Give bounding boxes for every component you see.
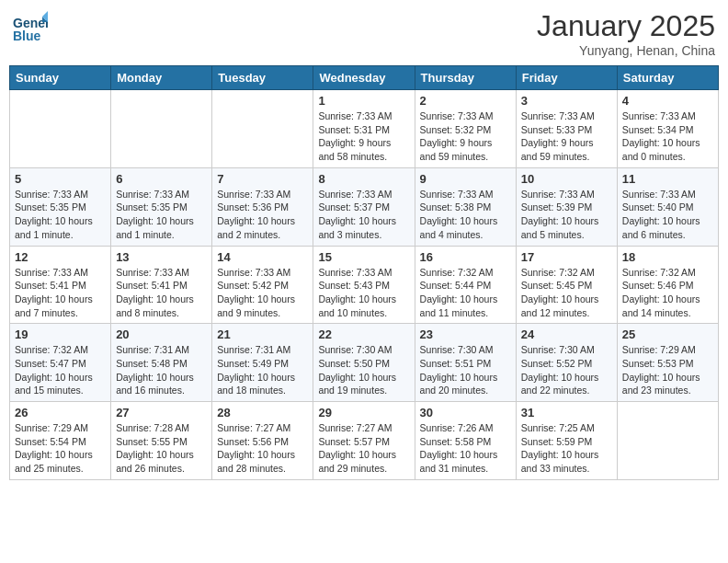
cell-info: Sunrise: 7:33 AMSunset: 5:41 PMDaylight:… <box>116 266 207 320</box>
calendar-cell: 14Sunrise: 7:33 AMSunset: 5:42 PMDayligh… <box>212 246 313 324</box>
cell-info: Sunrise: 7:33 AMSunset: 5:34 PMDaylight:… <box>622 109 713 164</box>
cell-info: Sunrise: 7:28 AMSunset: 5:55 PMDaylight:… <box>116 421 207 476</box>
calendar-week-row: 1Sunrise: 7:33 AMSunset: 5:31 PMDaylight… <box>10 90 719 168</box>
day-number: 2 <box>420 94 511 108</box>
weekday-header-wednesday: Wednesday <box>313 66 415 90</box>
calendar-cell: 29Sunrise: 7:27 AMSunset: 5:57 PMDayligh… <box>313 402 415 480</box>
page-header: General Blue January 2025 Yunyang, Henan… <box>9 9 719 58</box>
weekday-header-sunday: Sunday <box>10 66 111 90</box>
cell-info: Sunrise: 7:33 AMSunset: 5:39 PMDaylight:… <box>521 188 612 242</box>
day-number: 10 <box>521 172 612 186</box>
day-number: 6 <box>116 172 207 186</box>
day-number: 7 <box>217 172 308 186</box>
calendar-week-row: 5Sunrise: 7:33 AMSunset: 5:35 PMDaylight… <box>10 167 719 246</box>
cell-info: Sunrise: 7:27 AMSunset: 5:57 PMDaylight:… <box>318 421 409 476</box>
day-number: 18 <box>622 250 713 264</box>
day-number: 29 <box>318 406 409 419</box>
calendar-cell: 10Sunrise: 7:33 AMSunset: 5:39 PMDayligh… <box>516 167 617 246</box>
calendar-cell: 4Sunrise: 7:33 AMSunset: 5:34 PMDaylight… <box>617 90 718 168</box>
day-number: 1 <box>318 94 409 108</box>
calendar-cell: 16Sunrise: 7:32 AMSunset: 5:44 PMDayligh… <box>415 246 516 324</box>
weekday-header-tuesday: Tuesday <box>212 66 313 90</box>
weekday-header-friday: Friday <box>516 66 617 90</box>
day-number: 17 <box>521 250 612 264</box>
cell-info: Sunrise: 7:33 AMSunset: 5:36 PMDaylight:… <box>217 188 308 242</box>
calendar-cell: 24Sunrise: 7:30 AMSunset: 5:52 PMDayligh… <box>516 324 617 402</box>
cell-info: Sunrise: 7:32 AMSunset: 5:45 PMDaylight:… <box>521 266 612 320</box>
month-title: January 2025 <box>537 9 715 43</box>
cell-info: Sunrise: 7:27 AMSunset: 5:56 PMDaylight:… <box>217 421 308 476</box>
calendar-cell: 25Sunrise: 7:29 AMSunset: 5:53 PMDayligh… <box>617 324 718 402</box>
cell-info: Sunrise: 7:30 AMSunset: 5:51 PMDaylight:… <box>420 343 511 397</box>
cell-info: Sunrise: 7:26 AMSunset: 5:58 PMDaylight:… <box>420 421 511 476</box>
cell-info: Sunrise: 7:33 AMSunset: 5:32 PMDaylight:… <box>420 109 511 164</box>
calendar-cell: 2Sunrise: 7:33 AMSunset: 5:32 PMDaylight… <box>415 90 516 168</box>
day-number: 31 <box>521 406 612 419</box>
calendar-cell: 7Sunrise: 7:33 AMSunset: 5:36 PMDaylight… <box>212 167 313 246</box>
weekday-header-saturday: Saturday <box>617 66 718 90</box>
calendar-cell: 30Sunrise: 7:26 AMSunset: 5:58 PMDayligh… <box>415 402 516 480</box>
calendar-week-row: 12Sunrise: 7:33 AMSunset: 5:41 PMDayligh… <box>10 246 719 324</box>
calendar-cell: 9Sunrise: 7:33 AMSunset: 5:38 PMDaylight… <box>415 167 516 246</box>
calendar-cell: 18Sunrise: 7:32 AMSunset: 5:46 PMDayligh… <box>617 246 718 324</box>
calendar-week-row: 26Sunrise: 7:29 AMSunset: 5:54 PMDayligh… <box>10 402 719 480</box>
cell-info: Sunrise: 7:33 AMSunset: 5:35 PMDaylight:… <box>15 188 106 242</box>
calendar-cell <box>212 90 313 168</box>
day-number: 14 <box>217 250 308 264</box>
cell-info: Sunrise: 7:29 AMSunset: 5:53 PMDaylight:… <box>622 343 713 397</box>
day-number: 11 <box>622 172 713 186</box>
calendar-cell: 6Sunrise: 7:33 AMSunset: 5:35 PMDaylight… <box>111 167 212 246</box>
calendar-cell: 13Sunrise: 7:33 AMSunset: 5:41 PMDayligh… <box>111 246 212 324</box>
calendar-cell: 1Sunrise: 7:33 AMSunset: 5:31 PMDaylight… <box>313 90 415 168</box>
cell-info: Sunrise: 7:32 AMSunset: 5:46 PMDaylight:… <box>622 266 713 320</box>
cell-info: Sunrise: 7:32 AMSunset: 5:47 PMDaylight:… <box>15 343 106 397</box>
cell-info: Sunrise: 7:30 AMSunset: 5:50 PMDaylight:… <box>318 343 409 397</box>
day-number: 13 <box>116 250 207 264</box>
cell-info: Sunrise: 7:33 AMSunset: 5:35 PMDaylight:… <box>116 188 207 242</box>
calendar-cell: 26Sunrise: 7:29 AMSunset: 5:54 PMDayligh… <box>10 402 111 480</box>
calendar-cell: 28Sunrise: 7:27 AMSunset: 5:56 PMDayligh… <box>212 402 313 480</box>
calendar-cell <box>617 402 718 480</box>
calendar-cell: 11Sunrise: 7:33 AMSunset: 5:40 PMDayligh… <box>617 167 718 246</box>
day-number: 9 <box>420 172 511 186</box>
day-number: 4 <box>622 94 713 108</box>
cell-info: Sunrise: 7:33 AMSunset: 5:31 PMDaylight:… <box>318 109 409 164</box>
cell-info: Sunrise: 7:33 AMSunset: 5:38 PMDaylight:… <box>420 188 511 242</box>
day-number: 26 <box>15 406 106 419</box>
calendar-cell: 8Sunrise: 7:33 AMSunset: 5:37 PMDaylight… <box>313 167 415 246</box>
day-number: 22 <box>318 327 409 341</box>
title-area: January 2025 Yunyang, Henan, China <box>537 9 715 58</box>
day-number: 19 <box>15 327 106 341</box>
calendar-cell: 3Sunrise: 7:33 AMSunset: 5:33 PMDaylight… <box>516 90 617 168</box>
calendar-cell: 20Sunrise: 7:31 AMSunset: 5:48 PMDayligh… <box>111 324 212 402</box>
logo-icon: General Blue <box>13 9 48 44</box>
cell-info: Sunrise: 7:29 AMSunset: 5:54 PMDaylight:… <box>15 421 106 476</box>
cell-info: Sunrise: 7:30 AMSunset: 5:52 PMDaylight:… <box>521 343 612 397</box>
svg-text:Blue: Blue <box>13 29 41 43</box>
day-number: 21 <box>217 327 308 341</box>
calendar-cell <box>10 90 111 168</box>
day-number: 16 <box>420 250 511 264</box>
cell-info: Sunrise: 7:33 AMSunset: 5:40 PMDaylight:… <box>622 188 713 242</box>
weekday-header-thursday: Thursday <box>415 66 516 90</box>
day-number: 5 <box>15 172 106 186</box>
weekday-header-row: SundayMondayTuesdayWednesdayThursdayFrid… <box>10 66 719 90</box>
cell-info: Sunrise: 7:33 AMSunset: 5:37 PMDaylight:… <box>318 188 409 242</box>
cell-info: Sunrise: 7:33 AMSunset: 5:42 PMDaylight:… <box>217 266 308 320</box>
day-number: 25 <box>622 327 713 341</box>
cell-info: Sunrise: 7:25 AMSunset: 5:59 PMDaylight:… <box>521 421 612 476</box>
day-number: 15 <box>318 250 409 264</box>
day-number: 30 <box>420 406 511 419</box>
day-number: 24 <box>521 327 612 341</box>
calendar-cell: 5Sunrise: 7:33 AMSunset: 5:35 PMDaylight… <box>10 167 111 246</box>
cell-info: Sunrise: 7:33 AMSunset: 5:41 PMDaylight:… <box>15 266 106 320</box>
calendar-cell: 19Sunrise: 7:32 AMSunset: 5:47 PMDayligh… <box>10 324 111 402</box>
day-number: 3 <box>521 94 612 108</box>
calendar-cell <box>111 90 212 168</box>
cell-info: Sunrise: 7:31 AMSunset: 5:49 PMDaylight:… <box>217 343 308 397</box>
cell-info: Sunrise: 7:33 AMSunset: 5:43 PMDaylight:… <box>318 266 409 320</box>
location: Yunyang, Henan, China <box>537 43 715 58</box>
calendar-cell: 31Sunrise: 7:25 AMSunset: 5:59 PMDayligh… <box>516 402 617 480</box>
day-number: 12 <box>15 250 106 264</box>
cell-info: Sunrise: 7:32 AMSunset: 5:44 PMDaylight:… <box>420 266 511 320</box>
